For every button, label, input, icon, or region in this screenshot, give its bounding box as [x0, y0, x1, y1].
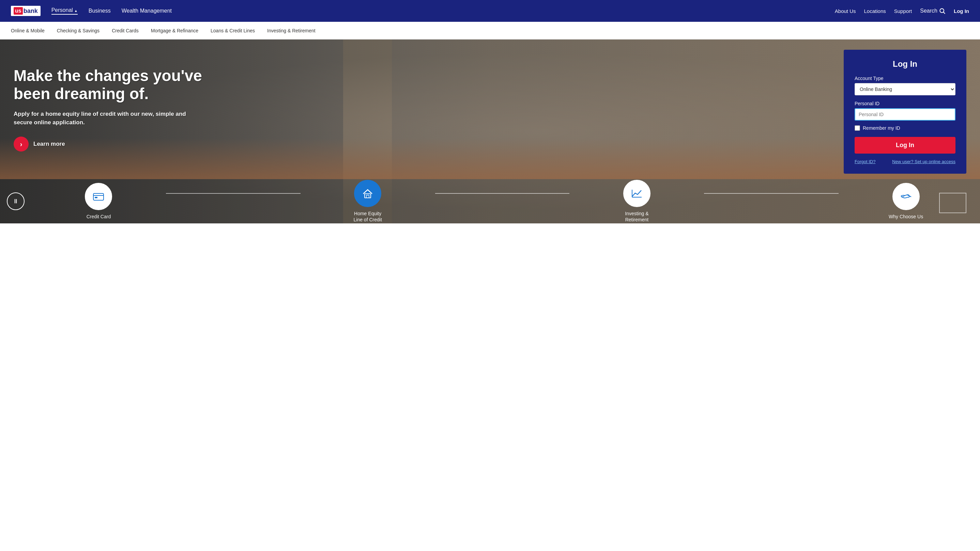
login-submit-button[interactable]: Log In	[854, 137, 956, 154]
remember-id-label: Remember my ID	[863, 125, 900, 131]
connector-2	[435, 193, 570, 194]
carousel-item-investing[interactable]: Investing &Retirement	[570, 180, 704, 223]
carousel-label-investing: Investing &Retirement	[625, 210, 648, 223]
investing-icon	[630, 187, 643, 200]
bottom-right-rectangle	[939, 193, 966, 213]
carousel-circle-why-choose	[892, 183, 920, 210]
remember-wrap: Remember my ID	[854, 125, 956, 131]
learn-more-wrap: › Learn more	[14, 137, 225, 152]
nav-support[interactable]: Support	[894, 8, 912, 14]
connector-1	[166, 193, 301, 194]
personal-arrow-icon: ▲	[74, 9, 78, 13]
login-card-title: Log In	[854, 59, 956, 69]
carousel-circle-investing	[623, 180, 651, 207]
carousel-circle-credit-card	[85, 183, 112, 210]
account-type-select[interactable]: Online Banking Brokerage & Trading Busin…	[854, 83, 956, 95]
carousel-strip: ⏸ Credit Card	[0, 179, 980, 223]
top-login-link[interactable]: Log In	[954, 8, 969, 14]
remember-id-checkbox[interactable]	[854, 125, 860, 131]
carousel-label-why-choose: Why Choose Us	[889, 214, 923, 220]
subnav-checking-savings[interactable]: Checking & Savings	[57, 22, 100, 39]
logo-bank: bank	[24, 8, 38, 15]
hero-headline: Make the changes you've been dreaming of…	[14, 67, 225, 103]
nav-item-wealth[interactable]: Wealth Management	[122, 8, 172, 14]
top-nav-right: About Us Locations Support Search Log In	[835, 8, 969, 14]
carousel-label-heloc: Home EquityLine of Credit	[354, 210, 382, 223]
login-card: Log In Account Type Online Banking Broke…	[844, 50, 966, 174]
carousel-items: Credit Card Home EquityLine of Credit	[31, 180, 973, 223]
new-user-link[interactable]: New user? Set up online access	[892, 159, 956, 164]
home-icon	[361, 187, 374, 200]
learn-more-arrow-button[interactable]: ›	[14, 137, 29, 152]
carousel-label-credit-card: Credit Card	[87, 214, 111, 220]
connector-3	[704, 193, 838, 194]
top-nav-left: us bank Personal ▲ Business Wealth Manag…	[11, 6, 172, 16]
hero-section: Make the changes you've been dreaming of…	[0, 40, 980, 223]
nav-item-personal[interactable]: Personal ▲	[51, 7, 78, 15]
svg-rect-4	[95, 197, 97, 198]
chevron-right-icon: ›	[20, 141, 22, 148]
personal-id-input[interactable]	[854, 108, 956, 121]
subnav-mortgage[interactable]: Mortgage & Refinance	[151, 22, 198, 39]
subnav-online-mobile[interactable]: Online & Mobile	[11, 22, 45, 39]
svg-rect-6	[366, 195, 369, 198]
learn-more-label[interactable]: Learn more	[33, 141, 65, 148]
carousel-item-credit-card[interactable]: Credit Card	[31, 183, 166, 220]
pause-icon: ⏸	[13, 198, 19, 205]
svg-line-1	[943, 12, 945, 14]
subnav-credit-cards[interactable]: Credit Cards	[112, 22, 139, 39]
carousel-circle-heloc	[354, 180, 381, 207]
personal-id-label: Personal ID	[854, 101, 956, 106]
handshake-icon	[900, 190, 913, 203]
nav-locations[interactable]: Locations	[864, 8, 886, 14]
svg-rect-5	[364, 194, 371, 198]
logo[interactable]: us bank	[11, 6, 41, 16]
nav-item-business[interactable]: Business	[89, 8, 111, 14]
carousel-item-heloc[interactable]: Home EquityLine of Credit	[301, 180, 435, 223]
hero-subtext: Apply for a home equity line of credit w…	[14, 110, 204, 127]
subnav-investing[interactable]: Investing & Retirement	[267, 22, 315, 39]
svg-rect-2	[93, 194, 103, 200]
hero-content: Make the changes you've been dreaming of…	[0, 40, 239, 165]
secondary-nav: Online & Mobile Checking & Savings Credi…	[0, 22, 980, 40]
credit-card-icon	[92, 190, 105, 203]
account-type-label: Account Type	[854, 76, 956, 81]
login-links: Forgot ID? New user? Set up online acces…	[854, 159, 956, 164]
search-icon	[939, 8, 946, 14]
search-button[interactable]: Search	[920, 8, 946, 14]
subnav-loans[interactable]: Loans & Credit Lines	[211, 22, 255, 39]
logo-us: us	[14, 7, 23, 15]
forgot-id-link[interactable]: Forgot ID?	[854, 159, 875, 164]
nav-about[interactable]: About Us	[835, 8, 856, 14]
svg-point-0	[940, 8, 944, 13]
carousel-pause-button[interactable]: ⏸	[7, 192, 24, 210]
top-nav: us bank Personal ▲ Business Wealth Manag…	[0, 0, 980, 22]
